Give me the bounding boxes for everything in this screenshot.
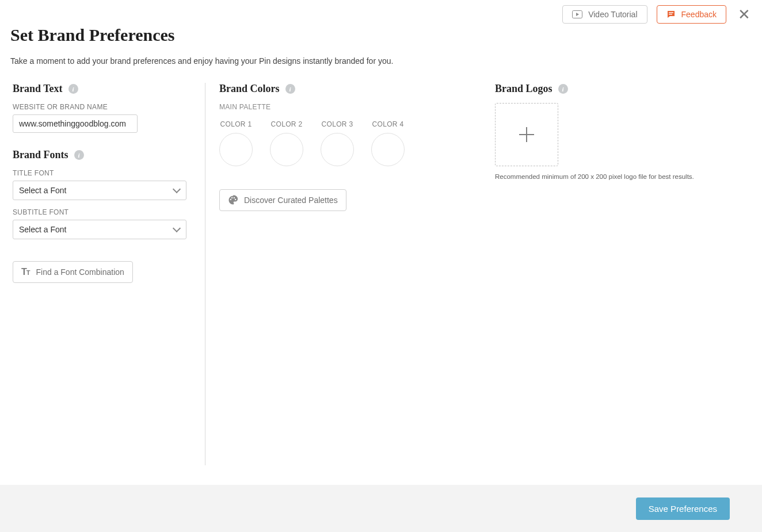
video-tutorial-button[interactable]: Video Tutorial: [562, 5, 647, 24]
brand-text-column: Brand Text i WEBSITE OR BRAND NAME Brand…: [13, 83, 205, 465]
brand-colors-heading: Brand Colors: [219, 83, 280, 95]
discover-palettes-label: Discover Curated Palettes: [244, 196, 338, 205]
color-swatch-3[interactable]: [321, 133, 354, 166]
page-subtitle: Take a moment to add your brand preferen…: [10, 56, 762, 66]
brand-colors-column: Brand Colors i MAIN PALETTE COLOR 1 COLO…: [205, 83, 483, 465]
video-tutorial-label: Video Tutorial: [588, 10, 637, 19]
play-screen-icon: [572, 10, 582, 18]
find-font-combination-label: Find a Font Combination: [36, 267, 124, 277]
plus-icon: [519, 127, 534, 142]
brand-text-heading: Brand Text: [13, 83, 63, 95]
discover-palettes-button[interactable]: Discover Curated Palettes: [219, 189, 346, 211]
logo-upload-dropzone[interactable]: [495, 103, 558, 166]
info-icon[interactable]: i: [74, 150, 84, 160]
page-title: Set Brand Preferences: [10, 25, 762, 45]
info-icon[interactable]: i: [558, 84, 568, 94]
close-icon[interactable]: ✕: [736, 7, 753, 22]
title-font-label: TITLE FONT: [13, 169, 188, 177]
font-size-icon: TT: [21, 267, 31, 277]
color-swatch-label: COLOR 1: [220, 120, 252, 128]
website-input[interactable]: [13, 114, 138, 133]
brand-logos-heading: Brand Logos: [495, 83, 553, 95]
website-label: WEBSITE OR BRAND NAME: [13, 103, 188, 111]
feedback-button[interactable]: Feedback: [657, 5, 726, 24]
color-swatch-label: COLOR 2: [271, 120, 303, 128]
color-swatch-label: COLOR 4: [372, 120, 404, 128]
subtitle-font-label: SUBTITLE FONT: [13, 208, 188, 216]
palette-icon: [228, 195, 238, 205]
main-palette-label: MAIN PALETTE: [219, 103, 466, 111]
color-swatch-1[interactable]: [219, 133, 253, 166]
find-font-combination-button[interactable]: TT Find a Font Combination: [13, 261, 133, 283]
info-icon[interactable]: i: [68, 84, 78, 94]
feedback-label: Feedback: [681, 10, 717, 19]
save-preferences-button[interactable]: Save Preferences: [636, 497, 730, 520]
color-swatch-label: COLOR 3: [322, 120, 353, 128]
chat-icon: [666, 10, 676, 19]
color-swatch-2[interactable]: [270, 133, 303, 166]
subtitle-font-select[interactable]: [13, 220, 186, 239]
brand-fonts-heading: Brand Fonts: [13, 149, 68, 161]
logo-hint: Recommended minimum of 200 x 200 pixel l…: [495, 172, 732, 181]
info-icon[interactable]: i: [285, 84, 295, 94]
color-swatch-4[interactable]: [371, 133, 405, 166]
brand-logos-column: Brand Logos i Recommended minimum of 200…: [483, 83, 749, 465]
svg-rect-2: [669, 14, 672, 14]
svg-rect-1: [669, 12, 673, 13]
footer: Save Preferences: [0, 485, 762, 532]
title-font-select[interactable]: [13, 181, 186, 200]
